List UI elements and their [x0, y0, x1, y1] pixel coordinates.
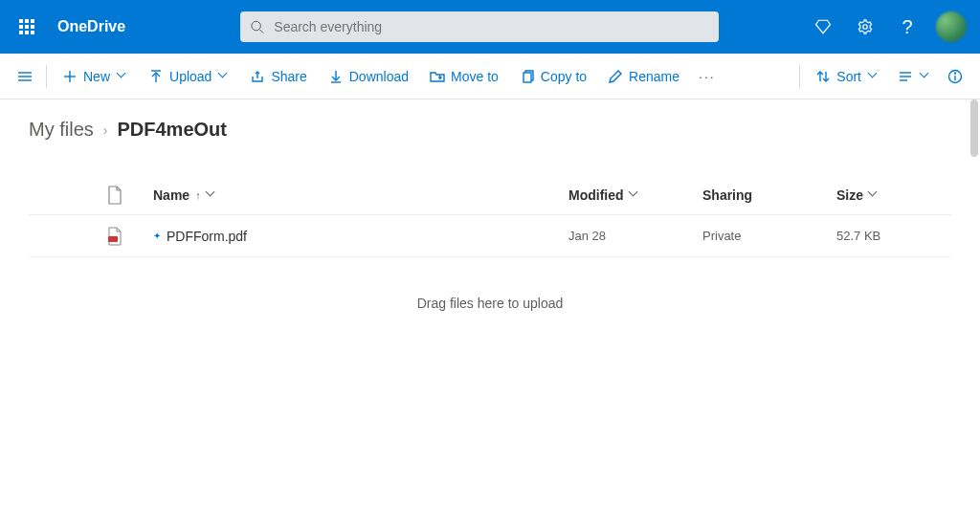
file-modified: Jan 28	[568, 229, 702, 243]
more-commands-button[interactable]: ···	[691, 59, 724, 94]
column-modified-label: Modified	[568, 187, 624, 203]
settings-button[interactable]	[846, 8, 884, 46]
copyto-button[interactable]: Copy to	[510, 59, 596, 94]
file-size: 52.7 KB	[836, 229, 951, 243]
upload-button[interactable]: Upload	[139, 59, 238, 94]
chevron-down-icon	[207, 190, 216, 200]
view-list-icon	[898, 69, 913, 84]
chevron-down-icon	[869, 72, 879, 81]
svg-point-0	[252, 21, 260, 30]
hamburger-icon	[17, 69, 33, 84]
table-header: Name ↑ Modified Sharing Size	[29, 175, 951, 215]
nav-toggle-button[interactable]	[10, 59, 40, 94]
new-indicator-icon: ✦	[153, 231, 161, 241]
divider	[799, 65, 800, 88]
file-type-icon	[77, 227, 153, 246]
divider	[46, 65, 47, 88]
column-sharing-label: Sharing	[702, 187, 752, 203]
download-button[interactable]: Download	[319, 59, 418, 94]
column-header-sharing[interactable]: Sharing	[702, 187, 836, 203]
chevron-down-icon	[921, 72, 930, 81]
file-column-icon	[106, 186, 123, 205]
waffle-icon	[19, 19, 34, 34]
upload-icon	[148, 69, 164, 84]
drop-hint: Drag files here to upload	[0, 296, 980, 311]
search-input[interactable]	[274, 19, 709, 34]
svg-rect-22	[108, 236, 118, 242]
chevron-down-icon	[219, 72, 229, 81]
premium-button[interactable]	[804, 8, 842, 46]
diamond-icon	[814, 18, 832, 35]
view-options-button[interactable]	[890, 59, 938, 94]
column-header-name[interactable]: Name ↑	[153, 187, 568, 203]
sort-button[interactable]: Sort	[806, 59, 888, 94]
copyto-label: Copy to	[541, 69, 587, 84]
table-row[interactable]: ✦ PDFForm.pdf Jan 28 Private 52.7 KB	[29, 215, 951, 257]
help-icon: ?	[902, 16, 912, 38]
pencil-icon	[608, 69, 623, 84]
help-button[interactable]: ?	[888, 8, 926, 46]
sort-asc-icon: ↑	[195, 189, 201, 201]
moveto-button[interactable]: Move to	[420, 59, 508, 94]
app-name[interactable]: OneDrive	[57, 18, 125, 35]
column-size-label: Size	[836, 187, 863, 203]
upload-label: Upload	[169, 69, 212, 84]
rename-button[interactable]: Rename	[598, 59, 689, 94]
breadcrumb: My files › PDF4meOut	[0, 115, 980, 156]
new-button[interactable]: New	[53, 59, 137, 94]
column-header-modified[interactable]: Modified	[568, 187, 702, 203]
header-actions: ?	[804, 8, 972, 46]
column-header-size[interactable]: Size	[836, 187, 951, 203]
search-icon	[250, 19, 264, 34]
command-bar: New Upload Share Download Move to Copy t…	[0, 54, 980, 99]
gear-icon	[857, 18, 874, 35]
share-label: Share	[271, 69, 306, 84]
share-icon	[250, 69, 265, 84]
breadcrumb-current: PDF4meOut	[117, 119, 226, 141]
file-name: PDFForm.pdf	[167, 229, 247, 244]
info-icon	[947, 69, 963, 84]
svg-point-21	[955, 73, 956, 74]
search-box[interactable]	[240, 11, 719, 42]
file-list: Name ↑ Modified Sharing Size ✦	[29, 175, 951, 257]
account-avatar[interactable]	[936, 11, 967, 42]
plus-icon	[62, 69, 78, 84]
chevron-down-icon	[869, 190, 879, 200]
app-launcher-button[interactable]	[8, 8, 46, 46]
column-name-label: Name	[153, 187, 189, 203]
svg-point-2	[863, 25, 868, 30]
scrollbar[interactable]	[970, 99, 978, 157]
svg-rect-13	[523, 73, 531, 82]
svg-line-1	[260, 30, 264, 33]
download-icon	[328, 69, 344, 84]
sort-icon	[815, 69, 831, 84]
moveto-label: Move to	[451, 69, 499, 84]
chevron-down-icon	[630, 190, 639, 200]
rename-label: Rename	[629, 69, 679, 84]
copyto-icon	[520, 69, 535, 84]
download-label: Download	[349, 69, 409, 84]
file-sharing: Private	[702, 229, 836, 243]
more-icon: ···	[699, 69, 716, 84]
sort-label: Sort	[836, 69, 861, 84]
breadcrumb-root[interactable]: My files	[29, 119, 94, 141]
moveto-icon	[430, 69, 445, 84]
details-pane-button[interactable]	[940, 59, 970, 94]
chevron-down-icon	[118, 72, 127, 81]
app-header: OneDrive ?	[0, 0, 980, 54]
share-button[interactable]: Share	[240, 59, 316, 94]
content-area: My files › PDF4meOut Name ↑ Modified Sha…	[0, 99, 980, 528]
chevron-right-icon: ›	[103, 122, 108, 138]
new-label: New	[83, 69, 110, 84]
